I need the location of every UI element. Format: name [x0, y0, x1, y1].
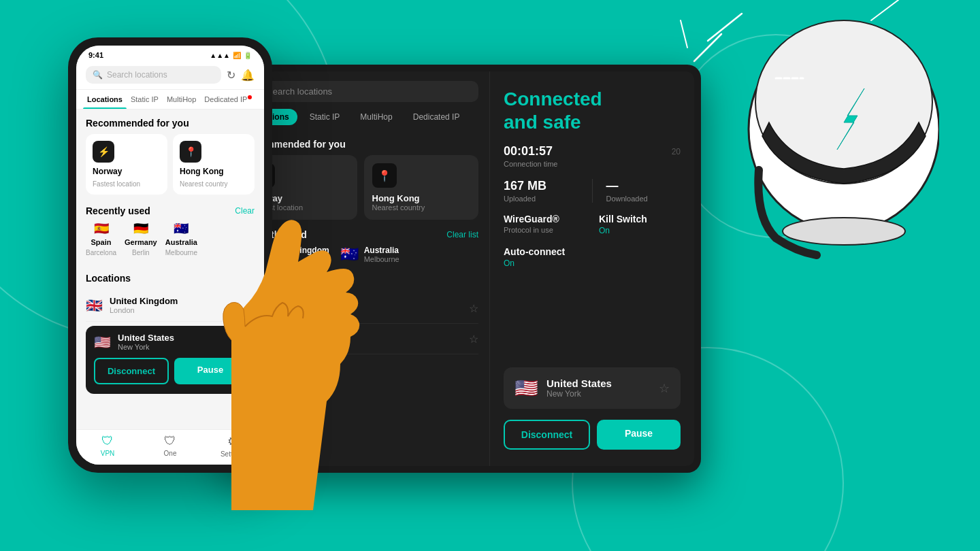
nav-one-label: One: [164, 450, 177, 457]
stat-downloaded: — Downloaded: [606, 179, 681, 203]
protocol-value: WireGuard®: [504, 214, 585, 224]
safe-text: and safe: [504, 112, 581, 133]
connected-text: Connected: [504, 88, 602, 110]
stat-connection-time: 00:01:57 Connection time: [504, 144, 658, 168]
vpn-nav-icon: 🛡: [101, 434, 114, 448]
info-auto-connect: Auto-connect On: [504, 246, 681, 356]
tablet-conn-star-icon[interactable]: ☆: [659, 381, 670, 396]
search-icon: 🔍: [93, 70, 103, 80]
downloaded-value: —: [606, 179, 681, 193]
phone-tabs: Locations Static IP MultiHop Dedicated I…: [76, 90, 264, 110]
svg-line-0: [694, 34, 721, 61]
search-placeholder: Search locations: [107, 70, 167, 80]
stat-time-value: 00:01:57: [504, 144, 658, 158]
recent-spain[interactable]: 🇪🇸 Spain Barcelona: [86, 222, 116, 256]
phone-status-bar: 9:41 ▲▲▲ 📶 🔋: [76, 46, 264, 62]
flag-spain: 🇪🇸: [92, 222, 111, 235]
battery-icon: 🔋: [244, 52, 252, 59]
tablet-tab-static[interactable]: Static IP: [301, 109, 348, 125]
hand-overlay: [177, 136, 381, 510]
tab-dedicated-ip[interactable]: Dedicated IP: [200, 90, 256, 109]
auto-connect-status: On: [504, 258, 681, 268]
recent-germany[interactable]: 🇩🇪 Germany Berlin: [125, 222, 157, 256]
tablet-disconnect-button[interactable]: Disconnect: [504, 420, 590, 450]
tab-static-ip[interactable]: Static IP: [127, 90, 163, 109]
refresh-icon[interactable]: ↻: [227, 69, 235, 82]
tablet-conn-flag: 🇺🇸: [514, 377, 538, 399]
rec-sub-norway: Fastest location: [93, 180, 140, 188]
info-row-protocol: WireGuard® Protocol in use Kill Switch O…: [504, 214, 681, 235]
flag-germany: 🇩🇪: [131, 222, 150, 235]
stat-20-indicator: 20: [672, 144, 681, 156]
svg-line-3: [871, 0, 898, 20]
tablet-right-panel: Connected and safe 00:01:57 Connection t…: [490, 71, 694, 466]
uploaded-value: 167 MB: [504, 179, 578, 193]
info-protocol: WireGuard® Protocol in use: [504, 214, 585, 235]
dedicated-ip-dot: [248, 95, 252, 99]
protocol-label: Protocol in use: [504, 226, 585, 234]
tablet-tab-dedicated[interactable]: Dedicated IP: [405, 109, 468, 125]
stat-row-time: 00:01:57 Connection time 20: [504, 144, 681, 168]
tablet-tab-multihop[interactable]: MultiHop: [352, 109, 400, 125]
svg-line-2: [681, 20, 687, 48]
signal-icon: ▲▲▲: [210, 52, 230, 59]
tablet-search-placeholder: Search locations: [267, 86, 332, 97]
flag-us: 🇺🇸: [94, 334, 111, 350]
stat-uploaded: 167 MB Uploaded: [504, 179, 578, 203]
tablet-connected-location: 🇺🇸 United States New York ☆: [504, 367, 681, 409]
status-icons: ▲▲▲ 📶 🔋: [210, 52, 252, 59]
stat-divider: [592, 179, 593, 203]
tablet-conn-name: United States: [546, 378, 651, 389]
tablet-clear-button[interactable]: Clear list: [446, 230, 478, 239]
flag-uk: 🇬🇧: [86, 297, 103, 314]
recent-city-germany: Berlin: [132, 249, 150, 256]
tab-locations[interactable]: Locations: [83, 90, 127, 109]
tablet-conn-city: New York: [546, 389, 651, 399]
tablet-pause-button[interactable]: Pause: [597, 420, 681, 450]
recently-title: Recently used: [86, 205, 150, 216]
phone-time: 9:41: [88, 51, 103, 59]
nav-vpn[interactable]: 🛡 VPN: [76, 434, 139, 458]
wifi-icon: 📶: [233, 52, 241, 59]
tablet-rec-name-hk: Hong Kong: [372, 193, 471, 203]
recommended-title: Recommended for you: [76, 110, 264, 134]
phone-search-input[interactable]: 🔍 Search locations: [86, 66, 221, 84]
recent-name-germany: Germany: [125, 238, 157, 246]
svg-point-6: [783, 218, 905, 245]
phone-search-bar: 🔍 Search locations ↻ 🔔: [76, 62, 264, 90]
uploaded-label: Uploaded: [504, 195, 578, 203]
tablet-star-2[interactable]: ☆: [469, 333, 478, 346]
bell-icon[interactable]: 🔔: [241, 69, 255, 82]
one-nav-icon: 🛡: [164, 434, 176, 448]
nav-vpn-label: VPN: [101, 450, 115, 457]
svg-line-1: [708, 14, 742, 41]
tablet-action-row: Disconnect Pause: [504, 420, 681, 450]
connected-title-block: Connected and safe: [504, 88, 681, 133]
tablet-search-box[interactable]: 🔍 Search locations: [242, 81, 478, 102]
kill-switch-value: Kill Switch: [599, 214, 681, 224]
downloaded-label: Downloaded: [606, 195, 681, 203]
rec-card-norway[interactable]: ⚡ Norway Fastest location: [86, 134, 167, 195]
rec-name-norway: Norway: [93, 167, 122, 176]
stat-row-data: 167 MB Uploaded — Downloaded: [504, 179, 681, 203]
stat-time-label: Connection time: [504, 160, 658, 168]
tablet-rec-sub-hk: Nearest country: [372, 203, 471, 212]
disconnect-button[interactable]: Disconnect: [94, 358, 169, 384]
tablet-conn-info: United States New York: [546, 378, 651, 399]
kill-switch-status: On: [599, 226, 681, 235]
auto-connect-value: Auto-connect: [504, 246, 681, 257]
recent-city-spain: Barcelona: [86, 249, 116, 256]
rec-icon-norway: ⚡: [93, 141, 114, 163]
recent-name-spain: Spain: [91, 238, 112, 246]
tablet-star-1[interactable]: ☆: [469, 302, 478, 315]
info-kill-switch: Kill Switch On: [599, 214, 681, 235]
connected-title: Connected and safe: [504, 88, 681, 133]
tab-multihop[interactable]: MultiHop: [163, 90, 200, 109]
